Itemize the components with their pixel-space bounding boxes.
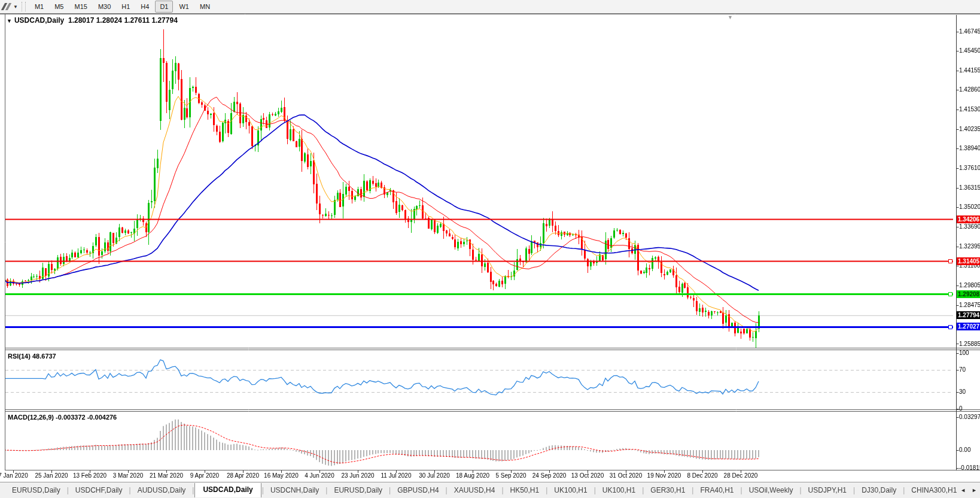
rsi-axis-label: 30 xyxy=(959,388,966,396)
rsi-axis-label: 70 xyxy=(959,366,966,374)
tab-scroll-right-icon[interactable]: ► xyxy=(969,486,980,494)
chart-title: ▼USDCAD,Daily 1.28017 1.28024 1.27611 1.… xyxy=(7,16,178,25)
chart-overlay-layer: ▼USDCAD,Daily 1.28017 1.28024 1.27611 1.… xyxy=(0,0,980,498)
date-axis-label: 13 Oct 2020 xyxy=(571,472,604,479)
date-axis-label: 5 Sep 2020 xyxy=(495,472,526,479)
rsi-axis-label: 100 xyxy=(959,350,969,357)
hline-price-tag[interactable]: 1.29208 xyxy=(957,290,980,298)
macd-name: MACD(12,26,9) xyxy=(8,414,54,421)
price-axis-label: 1.33690 xyxy=(959,223,980,230)
tab-usoil-weekly[interactable]: USOil,Weekly xyxy=(743,484,799,497)
macd-axis-label: -0.01815 xyxy=(959,464,980,472)
price-axis-label: 1.41530 xyxy=(959,106,980,113)
date-axis-label: 4 Jun 2020 xyxy=(305,472,334,479)
price-axis-label: 1.25885 xyxy=(959,341,980,348)
toolbar: ▼ M1M5M15M30H1H4D1W1MN xyxy=(0,0,980,14)
timeframe-button-group: M1M5M15M30H1H4D1W1MN xyxy=(29,1,215,13)
chart-shift-marker-icon[interactable]: ▼ xyxy=(728,14,733,20)
tab-usdcnh-daily[interactable]: USDCNH,Daily xyxy=(264,484,325,497)
chart-type-icon[interactable] xyxy=(1,2,13,11)
date-axis-label: 3 Mar 2020 xyxy=(113,472,144,479)
chart-tabs: EURUSD,Daily|USDCHF,Daily|AUDUSD,Daily|U… xyxy=(0,483,957,497)
timeframe-button-h1[interactable]: H1 xyxy=(117,1,135,13)
mt4-application: { "toolbar": { "dropdown_glyph": "▼", "t… xyxy=(0,0,980,498)
price-axis-label: 1.37610 xyxy=(959,165,980,172)
date-axis-label: 28 Dec 2020 xyxy=(724,472,758,479)
macd-axis-label: 0.00 xyxy=(959,447,970,454)
hline-price-tag[interactable]: 1.27027 xyxy=(957,323,980,330)
price-axis-label: 1.40235 xyxy=(959,126,980,133)
date-axis-label: 21 Mar 2020 xyxy=(150,472,183,479)
chart-tab-bar: EURUSD,Daily|USDCHF,Daily|AUDUSD,Daily|U… xyxy=(0,482,980,498)
chart-symbol-period: USDCAD,Daily xyxy=(14,16,64,25)
rsi-axis-label: 0 xyxy=(959,405,963,412)
rsi-indicator-label: RSI(14) 48.6737 xyxy=(8,353,56,360)
tab-hk50-h1[interactable]: HK50,H1 xyxy=(504,484,546,497)
price-axis-label: 1.36315 xyxy=(959,184,980,192)
price-axis-label: 1.45450 xyxy=(959,47,980,54)
timeframe-button-m1[interactable]: M1 xyxy=(30,1,48,13)
chart-collapse-icon[interactable]: ▼ xyxy=(7,18,12,24)
timeframe-button-m30[interactable]: M30 xyxy=(93,1,115,13)
timeframe-button-h4[interactable]: H4 xyxy=(136,1,154,13)
tab-usdjpy-h1[interactable]: USDJPY,H1 xyxy=(802,484,853,497)
tab-scroll-left-icon[interactable]: ◄ xyxy=(957,486,969,494)
tab-fra40-h1[interactable]: FRA40,H1 xyxy=(694,484,739,497)
current-price-tag: 1.27794 xyxy=(957,311,980,319)
tab-uk100-h1[interactable]: UK100,H1 xyxy=(596,484,641,497)
tab-ger30-h1[interactable]: GER30,H1 xyxy=(644,484,691,497)
price-axis-label: 1.44155 xyxy=(959,67,980,74)
date-axis-label: 28 Apr 2020 xyxy=(227,472,259,479)
tab-usdcad-daily[interactable]: USDCAD,Daily xyxy=(194,483,261,497)
tab-usdchf-daily[interactable]: USDCHF,Daily xyxy=(69,484,129,497)
hline-price-tag[interactable]: 1.31405 xyxy=(957,257,980,265)
date-axis-label: 13 Feb 2020 xyxy=(73,472,106,479)
tab-eurusd-daily[interactable]: EURUSD,Daily xyxy=(328,484,388,497)
price-axis-label: 1.35020 xyxy=(959,204,980,211)
rsi-value: 48.6737 xyxy=(32,353,56,360)
macd-indicator-label: MACD(12,26,9) -0.003372 -0.004276 xyxy=(8,414,117,421)
tab-audusd-daily[interactable]: AUDUSD,Daily xyxy=(132,484,192,497)
tab-xauusd-h4[interactable]: XAUUSD,H4 xyxy=(448,484,501,497)
date-axis-label: 11 Jul 2020 xyxy=(381,472,412,479)
macd-axis-label: 0.032972 xyxy=(959,414,980,421)
timeframe-button-m15[interactable]: M15 xyxy=(69,1,92,13)
timeframe-button-mn[interactable]: MN xyxy=(195,1,215,13)
timeframe-button-w1[interactable]: W1 xyxy=(174,1,194,13)
price-axis-label: 1.29805 xyxy=(959,282,980,289)
tab-dj30-daily[interactable]: DJ30,Daily xyxy=(856,484,902,497)
price-axis-label: 1.32395 xyxy=(959,243,980,250)
price-axis-label: 1.28475 xyxy=(959,302,980,309)
date-axis-label: 16 May 2020 xyxy=(264,472,299,479)
date-axis-label: 25 Jan 2020 xyxy=(35,472,68,479)
timeframe-button-d1[interactable]: D1 xyxy=(155,1,173,13)
tab-gbpusd-h4[interactable]: GBPUSD,H4 xyxy=(391,484,445,497)
date-axis-label: 8 Dec 2020 xyxy=(687,472,717,479)
tab-eurusd-daily[interactable]: EURUSD,Daily xyxy=(6,484,66,497)
rsi-name: RSI(14) xyxy=(8,353,31,360)
date-axis-label: 31 Oct 2020 xyxy=(610,472,642,479)
date-axis-label: 7 Jan 2020 xyxy=(0,472,28,479)
date-axis-label: 9 Apr 2020 xyxy=(190,472,219,479)
date-axis-label: 19 Nov 2020 xyxy=(647,472,681,479)
chart-type-dropdown-icon[interactable]: ▼ xyxy=(13,4,18,10)
macd-values: -0.003372 -0.004276 xyxy=(56,414,117,421)
price-axis-label: 1.46745 xyxy=(959,28,980,35)
hline-price-tag[interactable]: 1.34206 xyxy=(957,215,980,223)
date-axis-label: 24 Sep 2020 xyxy=(532,472,567,479)
price-axis-label: 1.42860 xyxy=(959,86,980,93)
toolbar-grip-handle[interactable] xyxy=(22,2,26,11)
date-axis-label: 30 Jul 2020 xyxy=(419,472,450,479)
chart-ohlc-values: 1.28017 1.28024 1.27611 1.27794 xyxy=(68,16,178,25)
timeframe-button-m5[interactable]: M5 xyxy=(50,1,68,13)
tab-uk100-h1[interactable]: UK100,H1 xyxy=(548,484,593,497)
tab-china300-h1[interactable]: CHINA300,H1 xyxy=(905,484,957,497)
date-axis-label: 23 Jun 2020 xyxy=(341,472,374,479)
price-axis-label: 1.38940 xyxy=(959,145,980,152)
date-axis-label: 18 Aug 2020 xyxy=(456,472,489,479)
